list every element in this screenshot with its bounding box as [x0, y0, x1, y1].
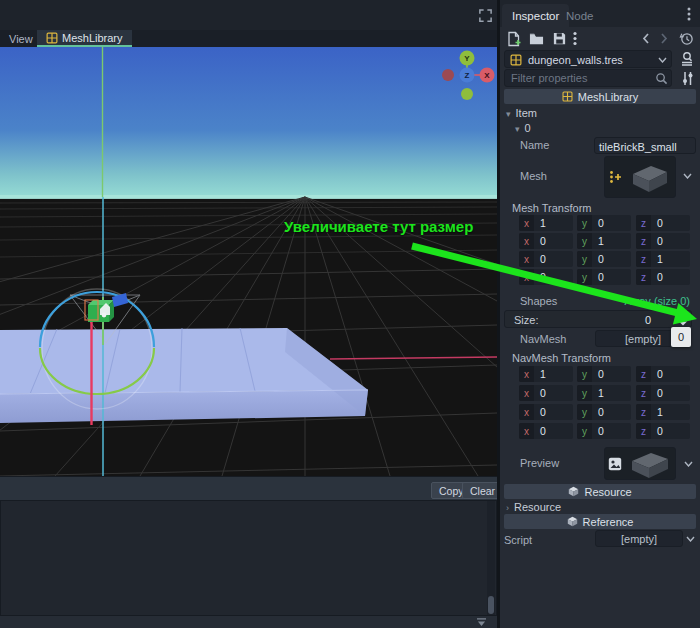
section-meshlibrary-label: MeshLibrary	[578, 91, 639, 103]
log-scrollbar-thumb[interactable]	[488, 596, 494, 614]
mesh-transform-cell[interactable]: z0	[636, 269, 690, 285]
mesh-transform-cell[interactable]: z0	[636, 233, 690, 249]
preview-thumbnail	[624, 450, 674, 479]
shapes-label: Shapes	[520, 295, 557, 307]
navmesh-transform-label: NavMesh Transform	[512, 352, 611, 364]
foldout-item-0-label: 0	[525, 122, 531, 134]
resource-name: dungeon_walls.tres	[528, 54, 623, 66]
tab-node[interactable]: Node	[556, 4, 604, 27]
shapes-array-value[interactable]: Array (size 0)	[596, 295, 690, 307]
tab-view[interactable]: View	[0, 30, 42, 47]
navmesh-transform-cell[interactable]: z0	[636, 423, 690, 439]
mesh-transform-cell[interactable]: y1	[577, 233, 631, 249]
mesh-transform-cell[interactable]: y0	[577, 215, 631, 231]
mesh-transform-cell[interactable]: x0	[519, 233, 573, 249]
preview-label: Preview	[520, 457, 559, 469]
foldout-item-label: Item	[516, 107, 537, 119]
tab-menu-icon[interactable]	[687, 7, 691, 21]
navmesh-transform-cell[interactable]: x0	[519, 423, 573, 439]
foldout-resource-label: Resource	[514, 501, 561, 513]
load-resource-icon[interactable]	[529, 32, 544, 46]
mesh-transform-cell[interactable]: y0	[577, 251, 631, 267]
name-label: Name	[520, 139, 549, 151]
navmesh-transform-cell[interactable]: z0	[636, 385, 690, 401]
viewport-3d[interactable]: Y Z X	[0, 47, 497, 476]
navmesh-transform-cell[interactable]: z0	[636, 366, 690, 382]
foldout-item-0[interactable]: ▾0	[515, 122, 531, 134]
foldout-item[interactable]: ▾Item	[506, 107, 537, 119]
sky	[0, 47, 497, 198]
mesh-transform-cell[interactable]: x0	[519, 251, 573, 267]
mesh-label: Mesh	[520, 170, 547, 182]
mesh-transform-cell[interactable]: y0	[577, 269, 631, 285]
axis-z-label: Z	[465, 71, 470, 80]
navmesh-transform-cell[interactable]: z1	[636, 404, 690, 420]
history-list-icon[interactable]	[679, 31, 694, 46]
tab-meshlibrary-label: MeshLibrary	[62, 32, 123, 44]
section-reference-label: Reference	[583, 516, 634, 528]
axis-neg-y[interactable]	[461, 88, 473, 100]
navmesh-value: [empty]	[625, 333, 661, 345]
image-icon	[608, 457, 622, 471]
mesh-resource-picker[interactable]	[604, 156, 676, 198]
size-spin-popup[interactable]: 0	[671, 327, 691, 347]
navmesh-transform-cell[interactable]: y1	[577, 385, 631, 401]
history-back-icon[interactable]	[641, 32, 651, 45]
open-docs-icon[interactable]	[679, 51, 695, 67]
status-bar: 3.5.stable	[0, 616, 497, 628]
copy-button-label: Copy	[439, 485, 464, 497]
size-spinbox[interactable]: Size: 0	[504, 310, 692, 328]
size-updown-icon[interactable]	[678, 314, 688, 326]
navmesh-transform-cell[interactable]: y0	[577, 423, 631, 439]
name-field[interactable]: tileBrickB_small	[594, 137, 696, 154]
history-forward-icon[interactable]	[659, 32, 669, 45]
mesh-transform-cell[interactable]: x0	[519, 269, 573, 285]
resource-dropdown-chevron-icon[interactable]	[658, 57, 667, 63]
save-resource-icon[interactable]	[552, 31, 567, 46]
axis-y-label: Y	[464, 54, 470, 63]
clear-button-label: Clear	[470, 485, 495, 497]
filter-properties-input[interactable]	[504, 69, 672, 87]
size-value[interactable]: 0	[645, 314, 651, 326]
filter-search-icon	[655, 72, 668, 85]
resource-cube-icon	[568, 486, 579, 497]
edit-object-icon[interactable]	[609, 170, 623, 184]
script-picker[interactable]: [empty]	[595, 530, 683, 547]
preview-dropdown-chevron-icon[interactable]	[684, 461, 693, 467]
log-toolbar: Copy Clear	[0, 476, 497, 501]
resource-menu-icon[interactable]	[573, 31, 577, 46]
mesh-transform-cell[interactable]: x1	[519, 215, 573, 231]
section-meshlibrary-header[interactable]: MeshLibrary	[504, 89, 696, 104]
navmesh-transform-cell[interactable]: x0	[519, 404, 573, 420]
annotation-text: Увеличиваете тут размер	[284, 218, 473, 235]
foldout-resource[interactable]: ›Resource	[506, 501, 561, 513]
preview-picker[interactable]	[604, 447, 676, 480]
axis-x-label: X	[484, 71, 490, 80]
navmesh-transform-cell[interactable]: y0	[577, 404, 631, 420]
mesh-transform-cell[interactable]: z1	[636, 251, 690, 267]
navmesh-transform-cell[interactable]: x1	[519, 366, 573, 382]
new-resource-icon[interactable]	[506, 31, 522, 47]
size-spin-popup-value: 0	[678, 331, 684, 343]
viewport-top-bar	[0, 0, 497, 30]
output-log-panel[interactable]	[0, 500, 497, 616]
mesh-transform-cell[interactable]: z0	[636, 215, 690, 231]
mesh-dropdown-chevron-icon[interactable]	[683, 173, 692, 179]
tab-inspector-label: Inspector	[512, 10, 559, 22]
script-dropdown-chevron-icon[interactable]	[686, 536, 695, 542]
navmesh-transform-cell[interactable]: x0	[519, 385, 573, 401]
meshlibrary-resource-icon	[510, 54, 522, 66]
expand-fullscreen-icon[interactable]	[478, 8, 493, 23]
godot-editor-window: View MeshLibrary	[0, 0, 700, 628]
section-reference-header[interactable]: Reference	[504, 514, 696, 529]
filter-options-icon[interactable]	[681, 71, 694, 86]
horizon	[0, 195, 497, 199]
panel-toggle-icon[interactable]	[476, 618, 487, 627]
axis-neg-x[interactable]	[442, 69, 454, 81]
section-resource-header[interactable]: Resource	[504, 484, 696, 499]
tab-view-label: View	[9, 33, 33, 45]
viewport-tab-bar: View MeshLibrary	[0, 30, 497, 47]
tab-meshlibrary[interactable]: MeshLibrary	[37, 30, 132, 47]
resource-picker[interactable]: dungeon_walls.tres	[504, 50, 672, 68]
navmesh-transform-cell[interactable]: y0	[577, 366, 631, 382]
